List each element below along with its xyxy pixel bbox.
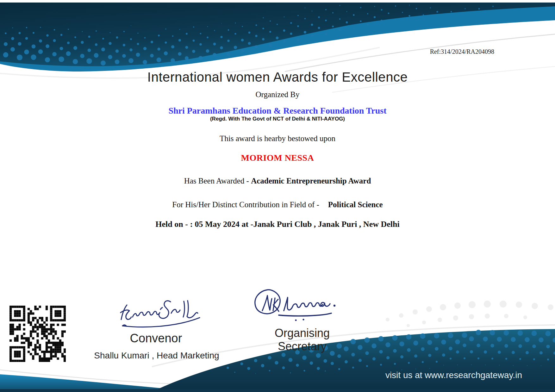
convenor-signature-icon (106, 297, 210, 331)
convenor-title: Convenor (109, 332, 203, 345)
award-prefix: Has Been Awarded - (184, 177, 251, 185)
field-line: For His/Her Distinct Contribution in Fie… (0, 200, 555, 209)
registration-line: (Regd. With The Govt of NCT of Delhi & N… (0, 116, 555, 122)
website-line: visit us at www.researchgateway.in (385, 370, 522, 380)
convenor-name-line: Shallu Kumari , Head Marketing (82, 351, 231, 361)
award-line: Has Been Awarded - Academic Entrepreneur… (0, 177, 555, 185)
organization-name: Shri Paramhans Education & Research Foun… (0, 106, 555, 116)
award-name: Academic Entrepreneurship Award (251, 177, 371, 185)
secretary-signature-icon (248, 284, 343, 324)
qr-code-icon (9, 306, 66, 362)
recipient-name: MORIOM NESSA (0, 153, 555, 163)
certificate-page: Ref:314/2024/RA204098 International wome… (0, 0, 555, 392)
reference-number: Ref:314/2024/RA204098 (430, 48, 494, 55)
field-prefix: For His/Her Distinct Contribution in Fie… (172, 200, 319, 209)
field-name: Political Science (328, 200, 383, 209)
certificate-title: International women Awards for Excellenc… (0, 70, 555, 85)
event-line: Held on - : 05 May 2024 at -Janak Puri C… (0, 220, 555, 229)
bestowed-line: This award is hearby bestowed upon (0, 134, 555, 143)
organized-by-label: Organized By (0, 90, 555, 99)
secretary-title: Organising Secretary (255, 327, 350, 353)
